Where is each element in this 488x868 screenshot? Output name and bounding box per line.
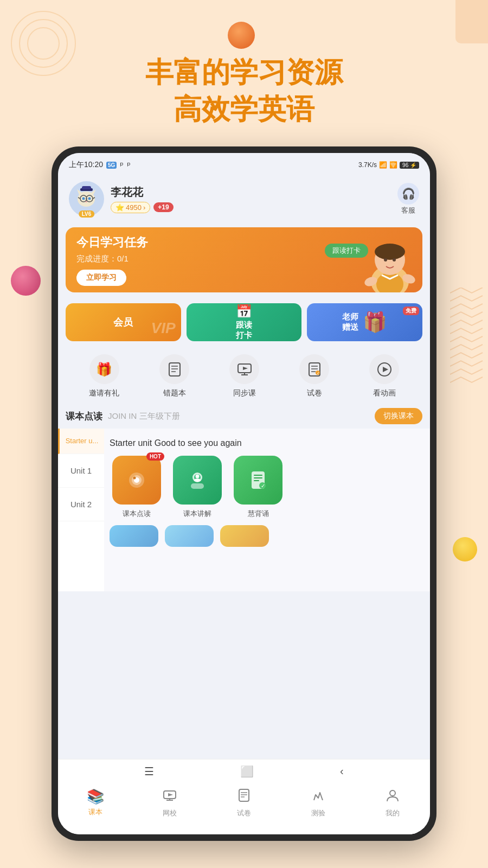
svg-rect-2 (82, 186, 91, 189)
sidebar: Starter u... Unit 1 Unit 2 (58, 429, 104, 591)
icon-item-exam[interactable]: ✓ 试卷 (299, 354, 329, 398)
svg-rect-50 (254, 480, 259, 481)
bg-decoration-rect (455, 0, 488, 43)
main-content-area: Starter unit Good to see you again HOT 课… (104, 429, 430, 591)
sidebar-unit1-label: Unit 1 (70, 466, 92, 475)
sync-class-icon (229, 354, 259, 384)
svg-point-17 (375, 244, 405, 260)
sidebar-starter-label: Starter u... (66, 437, 99, 445)
star-value: 4950 (126, 203, 142, 212)
vip-label: 会员 (113, 316, 133, 329)
home-gesture-icon[interactable]: ⬜ (240, 765, 254, 778)
svg-point-13 (85, 201, 87, 202)
switch-textbook-button[interactable]: 切换课本 (375, 408, 422, 424)
textbook-title: 课本点读 (66, 410, 102, 423)
animation-label: 看动画 (373, 388, 396, 398)
nav-exam-label: 试卷 (237, 808, 251, 818)
svg-marker-54 (168, 793, 173, 796)
textbook-name: JOIN IN 三年级下册 (108, 411, 180, 422)
svg-rect-49 (254, 477, 262, 478)
textbook-title-row: 课本点读 JOIN IN 三年级下册 (66, 410, 180, 423)
content-cards: HOT 课本点读 课本讲解 (110, 456, 425, 519)
status-5g: 5G (106, 162, 117, 169)
user-name-area: 李花花 ⭐ 4950 › +19 (111, 185, 174, 213)
card-icon-explain (173, 456, 222, 505)
teacher-gift-button[interactable]: 免费 老师 赠送 🎁 (307, 303, 422, 341)
svg-point-41 (133, 477, 136, 480)
svg-marker-27 (243, 367, 248, 370)
phone-screen: 上午10:20 5G ᵖ ᵖ 3.7K/s 📶 🛜 96 ⚡ (58, 153, 430, 834)
svg-rect-48 (254, 475, 262, 476)
vip-button[interactable]: 会员 VIP (66, 303, 181, 341)
icon-grid: 🎁 邀请有礼 错题本 同步课 ✓ 试卷 (58, 346, 430, 403)
task-right: 跟读打卡 (325, 227, 422, 292)
checkin-badge: 跟读打卡 (325, 244, 368, 258)
svg-rect-43 (191, 483, 204, 489)
user-stars: ⭐ 4950 › +19 (111, 202, 174, 213)
nav-textbook-label: 课本 (88, 807, 102, 817)
nav-textbook-icon: 📚 (87, 788, 104, 805)
cs-label: 客服 (401, 206, 415, 215)
status-left: 上午10:20 5G ᵖ ᵖ (69, 160, 131, 170)
sidebar-item-starter[interactable]: Starter u... (58, 429, 104, 454)
svg-text:✓: ✓ (316, 371, 319, 375)
bg-zigzag-pattern (450, 288, 488, 385)
nav-exam[interactable]: 试卷 (207, 788, 281, 818)
star-count[interactable]: ⭐ 4950 › (111, 202, 150, 213)
status-bar: 上午10:20 5G ᵖ ᵖ 3.7K/s 📶 🛜 96 ⚡ (58, 153, 430, 177)
icon-item-sync-class[interactable]: 同步课 (229, 354, 259, 398)
svg-point-12 (88, 197, 91, 200)
sync-class-label: 同步课 (233, 388, 256, 398)
card-reading-label: 课本点读 (123, 509, 151, 519)
hot-badge: HOT (146, 452, 164, 461)
card-smart-recite[interactable]: ✓ 慧背诵 (231, 456, 285, 519)
signal-icon: 📶 (379, 161, 387, 169)
nav-textbook[interactable]: 📚 课本 (58, 788, 132, 817)
status-time: 上午10:20 (69, 160, 103, 170)
card-textbook-explain[interactable]: 课本讲解 (170, 456, 224, 519)
task-left: 今日学习任务 完成进度：0/1 立即学习 (76, 234, 148, 286)
task-banner[interactable]: 今日学习任务 完成进度：0/1 立即学习 跟读打卡 (66, 227, 422, 292)
nav-mine-label: 我的 (386, 808, 400, 818)
exam-icon: ✓ (299, 354, 329, 384)
task-progress: 完成进度：0/1 (76, 254, 148, 264)
wifi-icon: 🛜 (389, 161, 397, 169)
menu-gesture-icon[interactable]: ☰ (144, 765, 154, 778)
bg-orange-ball (228, 22, 255, 49)
checkin-text: 跟读 打卡 (236, 320, 252, 341)
hero-line1: 丰富的学习资源 (0, 54, 488, 91)
svg-text:✓: ✓ (261, 483, 265, 489)
nav-mine-icon (386, 788, 400, 806)
icon-item-wrong-book[interactable]: 错题本 (159, 354, 189, 398)
start-learning-button[interactable]: 立即学习 (76, 270, 126, 286)
svg-rect-22 (169, 363, 180, 376)
partial-cards-row (110, 525, 425, 547)
icon-item-invite[interactable]: 🎁 邀请有礼 (89, 354, 119, 398)
customer-service[interactable]: 🎧 客服 (397, 183, 419, 215)
sidebar-item-unit2[interactable]: Unit 2 (58, 488, 104, 521)
user-name: 李花花 (111, 185, 174, 200)
textbook-header: 课本点读 JOIN IN 三年级下册 切换课本 (58, 403, 430, 429)
battery-icon: 96 ⚡ (400, 162, 419, 169)
teacher-illustration (336, 227, 422, 292)
svg-point-61 (390, 790, 395, 796)
nav-test-icon (311, 788, 325, 806)
star-arrow: › (143, 203, 145, 212)
bottom-nav: 📚 课本 网校 试卷 测验 (58, 783, 430, 834)
level-badge: LV6 (79, 210, 95, 218)
status-right: 3.7K/s 📶 🛜 96 ⚡ (358, 161, 419, 169)
svg-marker-37 (383, 367, 388, 372)
back-gesture-icon[interactable]: ‹ (340, 765, 344, 777)
svg-rect-57 (239, 789, 249, 801)
avatar-container: LV6 (69, 181, 104, 216)
checkin-button[interactable]: 📅 跟读 打卡 (187, 303, 302, 341)
icon-item-animation[interactable]: 看动画 (369, 354, 399, 398)
partial-card-2 (165, 525, 214, 547)
nav-test[interactable]: 测验 (281, 788, 356, 818)
app-header: LV6 李花花 ⭐ 4950 › +19 🎧 客服 (58, 177, 430, 223)
card-textbook-reading[interactable]: HOT 课本点读 (110, 456, 164, 519)
nav-online-school[interactable]: 网校 (132, 788, 207, 818)
sidebar-item-unit1[interactable]: Unit 1 (58, 454, 104, 488)
nav-mine[interactable]: 我的 (356, 788, 430, 818)
teacher-gift-content: 老师 赠送 🎁 (342, 311, 387, 334)
